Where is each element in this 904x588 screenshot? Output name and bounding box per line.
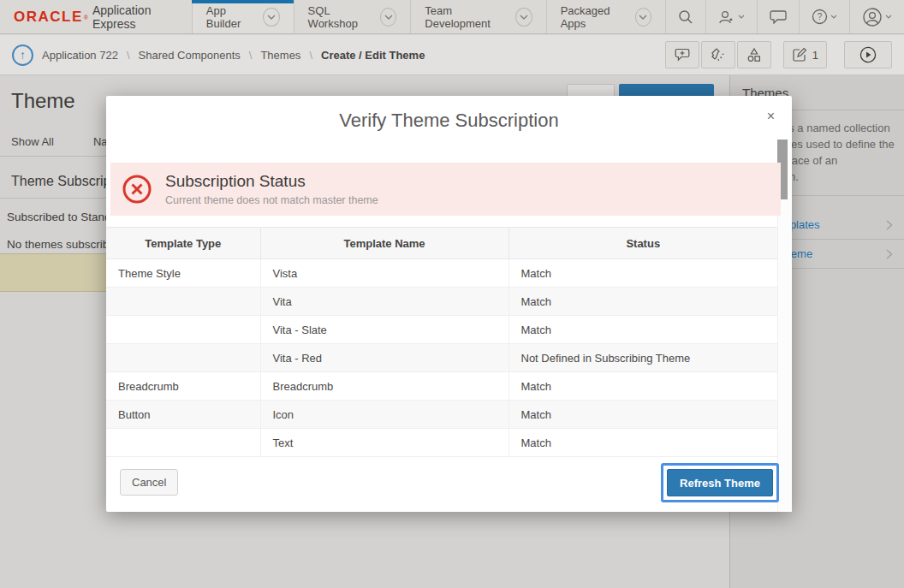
cell-template-name: Icon (260, 401, 508, 429)
template-status-table: Template Type Template Name Status Theme… (106, 227, 777, 457)
table-row: Button Icon Match (106, 401, 777, 429)
column-status: Status (508, 228, 777, 259)
focus-ring: Refresh Theme (661, 463, 779, 502)
cell-template-type (106, 288, 260, 316)
dialog-header: Verify Theme Subscription × (106, 96, 792, 139)
cell-template-type: Theme Style (106, 259, 260, 288)
cell-status: Match (508, 288, 777, 316)
table-row: Vita - Red Not Defined in Subscribing Th… (106, 344, 777, 372)
cell-status: Match (508, 316, 777, 344)
cell-template-type: Breadcrumb (106, 372, 260, 401)
cell-template-type (106, 316, 260, 344)
alert-title: Subscription Status (165, 172, 378, 191)
cell-template-name: Vita (260, 288, 508, 316)
cell-status: Match (508, 259, 777, 288)
cell-template-type (106, 429, 260, 457)
refresh-theme-button[interactable]: Refresh Theme (667, 469, 773, 496)
cell-template-type: Button (106, 401, 260, 429)
column-template-name: Template Name (260, 228, 508, 259)
cell-template-name: Vita - Red (260, 344, 508, 372)
cell-template-type (106, 344, 260, 372)
screen: ORACLE® Application Express App Builder … (0, 0, 904, 588)
table-row: Text Match (106, 429, 777, 457)
cancel-button[interactable]: Cancel (120, 469, 178, 496)
error-circle-x-icon (122, 175, 152, 204)
cell-template-name: Breadcrumb (260, 372, 508, 401)
cell-status: Not Defined in Subscribing Theme (508, 344, 777, 372)
cell-status: Match (508, 372, 777, 401)
verify-theme-subscription-dialog: Verify Theme Subscription × Subscription… (106, 96, 792, 512)
subscription-status-alert: Subscription Status Current theme does n… (110, 163, 781, 216)
table-row: Theme Style Vista Match (106, 259, 777, 288)
cell-template-name: Vista (260, 259, 508, 288)
table-header-row: Template Type Template Name Status (106, 228, 777, 259)
column-template-type: Template Type (106, 228, 260, 259)
cell-template-name: Text (260, 429, 508, 457)
dialog-title: Verify Theme Subscription (106, 96, 792, 146)
cell-template-name: Vita - Slate (260, 316, 508, 344)
alert-text: Subscription Status Current theme does n… (165, 172, 378, 206)
cell-status: Match (508, 401, 777, 429)
cell-status: Match (508, 429, 777, 457)
table-row: Vita - Slate Match (106, 316, 777, 344)
dialog-footer: Cancel Refresh Theme (106, 458, 792, 512)
table-row: Breadcrumb Breadcrumb Match (106, 372, 777, 401)
alert-message: Current theme does not match master them… (165, 194, 378, 206)
close-icon[interactable]: × (767, 110, 775, 123)
table-row: Vita Match (106, 288, 777, 316)
